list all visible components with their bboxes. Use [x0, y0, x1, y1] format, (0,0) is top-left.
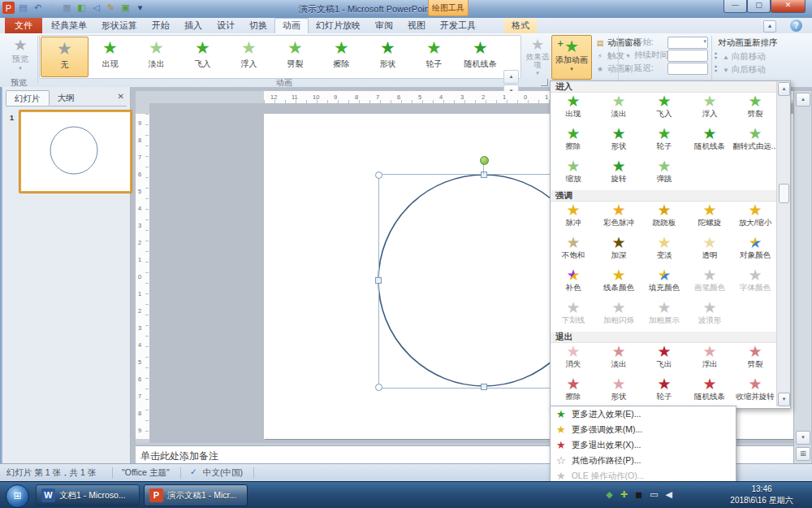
- effect-item[interactable]: ★画笔颜色: [687, 267, 732, 299]
- table-icon[interactable]: ▦: [61, 2, 73, 14]
- effect-item[interactable]: ★形状: [596, 125, 641, 158]
- more-entrance-effects[interactable]: ★更多进入效果(E)...: [551, 406, 736, 422]
- effect-item[interactable]: ★不饱和: [551, 234, 596, 267]
- paste-icon[interactable]: ◧: [76, 2, 88, 14]
- start-button[interactable]: ⊞: [6, 484, 29, 508]
- effect-item[interactable]: ★翻转式由远...: [732, 125, 778, 158]
- qat-more-icon[interactable]: ▾: [134, 2, 146, 14]
- undo-icon[interactable]: ↶: [32, 2, 44, 14]
- gallery-scroll-up-icon[interactable]: ▴: [503, 70, 519, 84]
- effect-item[interactable]: ★飞入: [641, 93, 687, 125]
- tab-insert[interactable]: 插入: [177, 18, 209, 33]
- tab-slideshow[interactable]: 幻灯片放映: [309, 18, 368, 33]
- tab-developer[interactable]: 开发工具: [433, 18, 483, 33]
- effect-item[interactable]: ★放大/缩小: [732, 202, 778, 234]
- tab-outline[interactable]: 大纲: [50, 90, 83, 106]
- effect-item[interactable]: ★字体颜色: [732, 267, 778, 299]
- antivirus-shield-icon[interactable]: ◆: [606, 488, 612, 500]
- taskbar-clock[interactable]: 13:46 2018\6\16 星期六: [718, 484, 806, 506]
- maximize-button[interactable]: ▢: [747, 0, 771, 13]
- preview-button[interactable]: ★ 预览 ▾: [5, 36, 36, 76]
- powerpoint-logo-icon[interactable]: P: [2, 2, 15, 14]
- add-animation-button[interactable]: ★+ 添加动画 ▾: [551, 35, 592, 80]
- slide-vertical-scrollbar[interactable]: ▴ ▾ ⊞: [793, 91, 811, 463]
- effect-options-button[interactable]: ★ 效果选项 ▾: [524, 36, 551, 76]
- effect-item[interactable]: ★淡出: [596, 93, 641, 125]
- effect-item[interactable]: ★出现: [551, 93, 596, 125]
- dropdown-scroll-down-icon[interactable]: ▾: [778, 393, 790, 406]
- more-exit-effects[interactable]: ★更多退出效果(X)...: [551, 437, 736, 453]
- effect-item[interactable]: ★下划线: [551, 299, 596, 332]
- effect-item[interactable]: ★补色: [551, 267, 596, 299]
- effect-item[interactable]: ★擦除: [551, 125, 596, 158]
- minimize-button[interactable]: —: [723, 0, 747, 13]
- volume-icon[interactable]: ◀: [666, 488, 672, 500]
- slide-thumbnail[interactable]: [19, 111, 132, 193]
- effect-item[interactable]: ★透明: [687, 234, 732, 267]
- effect-item[interactable]: ★加深: [596, 234, 641, 267]
- effect-item[interactable]: ★填充颜色: [641, 267, 687, 299]
- effect-item[interactable]: ★飞出: [641, 343, 687, 376]
- effect-item[interactable]: ★线条颜色: [596, 267, 641, 299]
- effect-item[interactable]: ★收缩并旋转: [732, 376, 778, 408]
- tab-transitions[interactable]: 切换: [242, 18, 274, 33]
- effect-item[interactable]: ★脉冲: [551, 202, 596, 234]
- tab-classic-menu[interactable]: 经典菜单: [44, 18, 94, 33]
- effect-item[interactable]: ★浮出: [687, 343, 732, 376]
- effect-item[interactable]: ★劈裂: [732, 343, 778, 376]
- move-later-button[interactable]: ▼ 向后移动: [723, 64, 766, 76]
- network-icon[interactable]: ▭: [650, 488, 658, 500]
- edit-points-icon[interactable]: ✎: [105, 2, 117, 14]
- scroll-down-icon[interactable]: ▾: [796, 431, 810, 445]
- gallery-item[interactable]: ★擦除: [318, 37, 365, 76]
- updater-plus-icon[interactable]: ✚: [620, 488, 628, 500]
- effect-item[interactable]: ★波浪形: [687, 299, 732, 332]
- tab-design[interactable]: 设计: [209, 18, 242, 33]
- effect-item[interactable]: ★浮入: [687, 93, 732, 125]
- tab-slides[interactable]: 幻灯片: [6, 90, 50, 106]
- start-select[interactable]: ▾: [667, 37, 708, 49]
- tab-shape-ops[interactable]: 形状运算: [94, 18, 145, 33]
- dropdown-scrollbar[interactable]: ▴ ▾: [776, 81, 790, 406]
- rotation-handle[interactable]: [480, 156, 489, 165]
- effect-item[interactable]: ★彩色脉冲: [596, 202, 641, 234]
- effect-item[interactable]: ★形状: [596, 376, 641, 408]
- effect-item[interactable]: ★加粗展示: [641, 299, 687, 332]
- more-motion-paths[interactable]: ☆其他动作路径(P)...: [551, 453, 736, 468]
- input-method-icon[interactable]: ◼: [635, 488, 642, 500]
- gallery-item[interactable]: ★出现: [87, 37, 133, 76]
- collapse-ribbon-icon[interactable]: ▴: [763, 20, 776, 33]
- tab-view[interactable]: 视图: [400, 18, 433, 33]
- dropdown-scroll-thumb[interactable]: [779, 184, 789, 203]
- gallery-item[interactable]: ★淡出: [133, 37, 179, 76]
- close-panel-icon[interactable]: ✕: [118, 93, 124, 101]
- effect-item[interactable]: ★劈裂: [732, 93, 778, 125]
- tab-file[interactable]: 文件: [5, 18, 42, 33]
- gallery-item[interactable]: ★随机线条: [457, 37, 503, 76]
- proofing-icon[interactable]: ✓: [190, 467, 197, 476]
- effect-item[interactable]: ★弹跳: [641, 158, 687, 190]
- save-icon[interactable]: ▤: [17, 2, 29, 14]
- gallery-item[interactable]: ★无: [41, 37, 89, 77]
- effect-item[interactable]: ★擦除: [551, 376, 596, 408]
- gallery-item[interactable]: ★劈裂: [272, 37, 318, 76]
- duration-input[interactable]: ▴▾: [667, 50, 708, 62]
- gallery-item[interactable]: ★飞入: [179, 37, 226, 76]
- tab-animations[interactable]: 动画: [274, 18, 309, 33]
- effect-item[interactable]: ★旋转: [596, 158, 641, 190]
- selection-handle-middle-left[interactable]: [375, 277, 382, 284]
- dropdown-scroll-up-icon[interactable]: ▴: [778, 82, 790, 96]
- effect-item[interactable]: ★淡出: [596, 343, 641, 376]
- tab-review[interactable]: 审阅: [368, 18, 400, 33]
- effect-item[interactable]: ★缩放: [551, 158, 596, 190]
- gallery-item[interactable]: ★轮子: [411, 37, 457, 76]
- duration-spinner[interactable]: ▴▾: [715, 50, 717, 60]
- effect-item[interactable]: ★轮子: [641, 125, 687, 158]
- selection-handle-top-center[interactable]: [481, 172, 487, 178]
- scroll-up-icon[interactable]: ▴: [796, 93, 810, 106]
- theme-name[interactable]: "Office 主题": [122, 467, 170, 479]
- effect-item[interactable]: ★对象颜色: [732, 234, 778, 267]
- redo-icon[interactable]: ↷: [46, 2, 58, 14]
- animation-dialog-launcher-icon[interactable]: [541, 79, 548, 86]
- taskbar-task-word[interactable]: W文档1 - Microso...: [36, 484, 140, 506]
